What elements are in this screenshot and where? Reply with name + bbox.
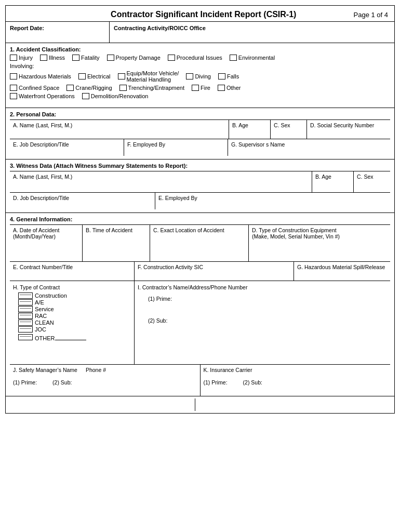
checkbox[interactable] [10, 85, 17, 91]
location-field[interactable]: C. Exact Location of Accident [150, 225, 249, 261]
checkbox-lines[interactable] [18, 334, 33, 340]
witness-age-field[interactable]: B. Age [312, 171, 354, 192]
checkbox-lines[interactable] [18, 326, 33, 332]
checkbox[interactable] [168, 55, 175, 61]
equipment-label: D. Type of Construction Equipment(Make, … [252, 227, 340, 240]
sex-field[interactable]: C. Sex [271, 120, 307, 139]
bottom-left [10, 398, 195, 411]
hazmat-field[interactable]: G. Hazardous Material Spill/Release [294, 262, 390, 281]
hazmat-label: Hazardous Materials [19, 73, 71, 79]
witness-row2: D. Job Description/Title E. Employed By [10, 192, 390, 209]
demolition-label: Demolition/Renovation [91, 93, 149, 99]
ssn-label: D. Social Security Number [310, 122, 374, 128]
check-electrical: Electrical [78, 73, 111, 79]
checkbox[interactable] [119, 85, 127, 91]
check-construction: Construction [18, 292, 131, 299]
checkbox[interactable] [10, 55, 17, 61]
checkbox[interactable] [10, 93, 17, 99]
fatality-label: Fatality [81, 55, 99, 61]
personal-data-row1: A. Name (Last, First, M.) B. Age C. Sex … [10, 119, 390, 139]
equipment-field[interactable]: D. Type of Construction Equipment(Make, … [249, 225, 390, 261]
time-label: B. Time of Accident [86, 227, 132, 233]
joc-label: JOC [35, 326, 46, 332]
checkbox-lines[interactable] [18, 320, 33, 326]
job-field[interactable]: E. Job Description/Title [10, 139, 124, 156]
sic-label: F. Construction Activity SIC [138, 264, 203, 270]
check-trenching: Trenching/Entrapment [119, 85, 184, 91]
crane-label: Crane/Rigging [75, 85, 112, 91]
check-rac: RAC [18, 313, 131, 319]
sub2-label: (2) Sub: [52, 379, 72, 385]
checkbox[interactable] [66, 85, 74, 91]
checkbox[interactable] [218, 85, 225, 91]
checkbox-lines[interactable] [18, 313, 33, 319]
contractor-section: I. Contractor’s Name/Address/Phone Numbe… [135, 281, 390, 364]
gen-info-row3: H. Type of Contract Construction A/E Ser… [10, 281, 390, 364]
date-field[interactable]: A. Date of Accident(Month/Day/Year) [10, 225, 83, 261]
date-label: A. Date of Accident(Month/Day/Year) [13, 227, 59, 240]
safety-label: J. Safety Manager’s Name [13, 367, 77, 373]
checkbox-lines[interactable] [18, 292, 33, 299]
checkbox[interactable] [230, 55, 237, 61]
checkbox[interactable] [118, 73, 125, 79]
check-illness: Illness [40, 55, 65, 61]
checkbox-lines[interactable] [18, 299, 33, 305]
witness-name-field[interactable]: A. Name (Last, First, M.) [10, 171, 312, 192]
phone-label: Phone # [86, 367, 106, 373]
checkbox[interactable] [78, 73, 86, 79]
clean-label: CLEAN [35, 320, 54, 326]
ssn-field[interactable]: D. Social Security Number [307, 120, 390, 139]
check-fire: Fire [192, 85, 210, 91]
form-page: Contractor Significant Incident Report (… [5, 5, 395, 414]
involving-row2: Confined Space Crane/Rigging Trenching/E… [10, 85, 390, 91]
bottom-right [206, 398, 391, 411]
insurance-label: K. Insurance Carrier [204, 367, 252, 373]
checkbox[interactable] [82, 93, 89, 99]
checkbox[interactable] [72, 55, 79, 61]
gen-info-row4: J. Safety Manager’s Name Phone # (1) Pri… [10, 364, 390, 396]
section3-title: 3. Witness Data (Attach Witness Summary … [10, 163, 390, 169]
check-crane: Crane/Rigging [66, 85, 112, 91]
witness-job-field[interactable]: D. Job Description/Title [10, 193, 155, 209]
contract-field[interactable]: E. Contract Number/Title [10, 262, 135, 281]
checkbox-lines[interactable] [18, 306, 33, 312]
checkbox[interactable] [107, 55, 114, 61]
witness-name-label: A. Name (Last, First, M.) [13, 174, 72, 180]
environmental-label: Environmental [238, 55, 275, 61]
gen-info-row2: E. Contract Number/Title F. Construction… [10, 261, 390, 281]
check-diving: Diving [186, 73, 211, 79]
witness-employed-label: E. Employed By [158, 195, 197, 201]
check-confined: Confined Space [10, 85, 59, 91]
checkbox[interactable] [40, 55, 47, 61]
supervisor-field[interactable]: G. Supervisor s Name [228, 139, 390, 156]
page-title: Contractor Significant Incident Report (… [54, 10, 354, 19]
trenching-label: Trenching/Entrapment [128, 85, 184, 91]
section2-title: 2. Personal Data: [10, 111, 390, 117]
check-injury: Injury [10, 55, 33, 61]
section1-title: 1. Accident Classification: [10, 46, 390, 52]
report-date-label: Report Date: [10, 25, 44, 31]
sic-field[interactable]: F. Construction Activity SIC [135, 262, 294, 281]
time-field[interactable]: B. Time of Accident [83, 225, 150, 261]
location-label: C. Exact Location of Accident [153, 227, 224, 233]
contract-type-list: Construction A/E Service RAC [18, 292, 131, 341]
check-property: Property Damage [107, 55, 161, 61]
checkbox[interactable] [186, 73, 193, 79]
check-ae: A/E [18, 299, 131, 305]
name-field[interactable]: A. Name (Last, First, M.) [10, 120, 229, 139]
check-environmental: Environmental [230, 55, 275, 61]
name-label: A. Name (Last, First, M.) [13, 122, 72, 128]
checkbox[interactable] [218, 73, 225, 79]
safety-fields: (1) Prime: (2) Sub: [13, 379, 197, 385]
witness-employed-field[interactable]: E. Employed By [155, 193, 390, 209]
witness-sex-field[interactable]: C. Sex [354, 171, 390, 192]
other-label: Other [226, 85, 241, 91]
employed-field[interactable]: F. Employed By [124, 139, 228, 156]
checkbox[interactable] [10, 73, 17, 79]
section-4: 4. General Information: A. Date of Accid… [6, 212, 394, 396]
service-label: Service [35, 306, 54, 312]
checkbox[interactable] [192, 85, 199, 91]
construction-label: Construction [35, 292, 67, 299]
age-field[interactable]: B. Age [229, 120, 271, 139]
contract-type-section: H. Type of Contract Construction A/E Ser… [10, 281, 135, 364]
